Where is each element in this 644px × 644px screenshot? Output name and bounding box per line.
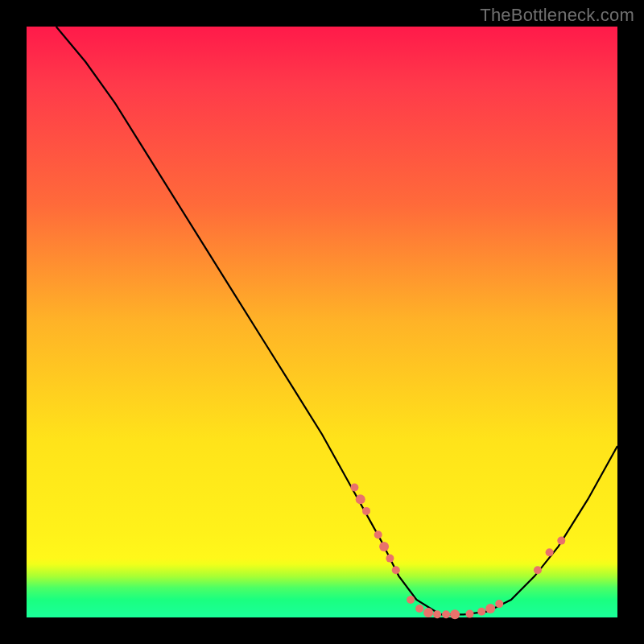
curve-marker	[477, 608, 485, 616]
curve-marker	[379, 542, 389, 551]
curve-markers	[350, 484, 565, 620]
curve-marker	[362, 507, 370, 515]
curve-marker	[466, 610, 474, 618]
curve-marker	[386, 555, 394, 563]
curve-marker	[350, 484, 358, 492]
curve-marker	[450, 609, 460, 619]
plot-area	[27, 27, 617, 617]
curve-marker	[415, 605, 423, 613]
curve-marker	[485, 604, 495, 613]
curve-marker	[546, 548, 554, 556]
curve-marker	[392, 566, 400, 574]
watermark-text: TheBottleneck.com	[480, 5, 634, 26]
curve-marker	[534, 566, 542, 574]
curve-marker	[557, 537, 565, 545]
bottleneck-curve	[56, 27, 617, 614]
curve-marker	[433, 610, 441, 618]
curve-marker	[423, 608, 433, 617]
curve-marker	[356, 494, 365, 504]
curve-marker	[374, 530, 382, 539]
chart-frame: TheBottleneck.com	[0, 0, 644, 644]
curve-marker	[495, 600, 503, 608]
curve-marker	[442, 610, 450, 618]
chart-svg	[27, 27, 617, 617]
curve-marker	[407, 596, 415, 604]
